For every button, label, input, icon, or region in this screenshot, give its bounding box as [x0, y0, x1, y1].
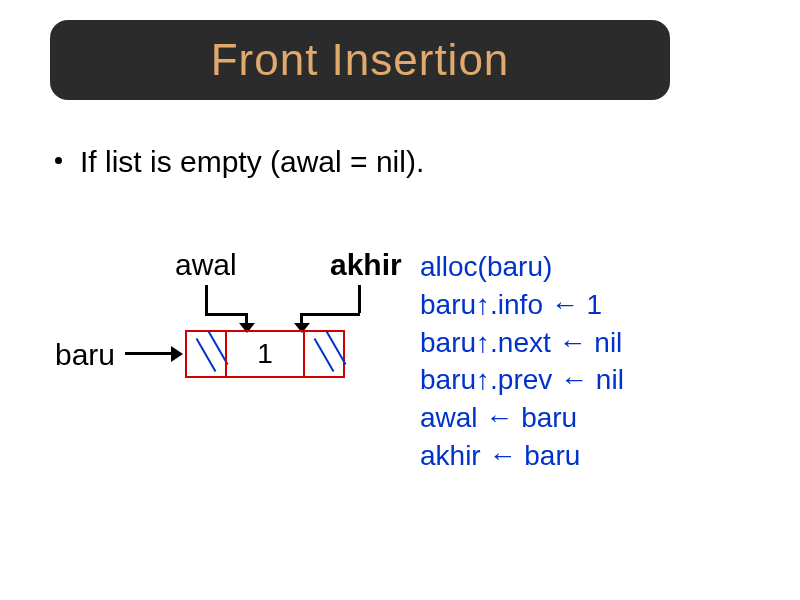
node-prev-nil: [185, 330, 225, 378]
bullet-dot: [55, 157, 62, 164]
node-info-cell: 1: [225, 330, 305, 378]
title-bar: Front Insertion: [50, 20, 670, 100]
node-info-value: 1: [257, 338, 273, 370]
bullet-text: If list is empty (awal = nil).: [80, 145, 424, 179]
pseudocode-block: alloc(baru) baru↑.info ← 1 baru↑.next ← …: [420, 248, 624, 475]
code-line-3: baru↑.next ← nil: [420, 324, 624, 362]
code-line-1: alloc(baru): [420, 248, 624, 286]
code-line-2: baru↑.info ← 1: [420, 286, 624, 324]
label-akhir: akhir: [330, 248, 402, 282]
code-line-5: awal ← baru: [420, 399, 624, 437]
label-awal: awal: [175, 248, 237, 282]
list-node: 1: [185, 330, 345, 378]
label-baru: baru: [55, 338, 115, 372]
code-line-6: akhir ← baru: [420, 437, 624, 475]
node-next-nil: [305, 330, 345, 378]
slide-title: Front Insertion: [211, 35, 510, 85]
code-line-4: baru↑.prev ← nil: [420, 361, 624, 399]
